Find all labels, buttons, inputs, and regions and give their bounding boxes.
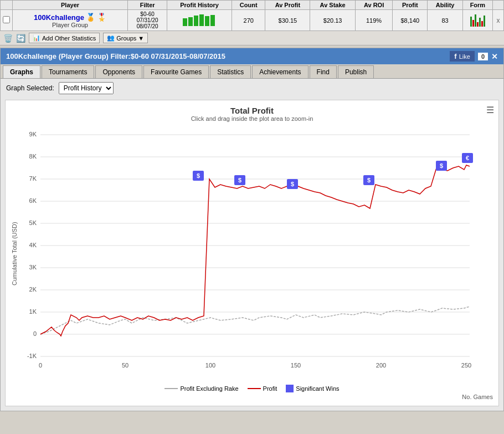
- facebook-like-button[interactable]: f Like: [450, 51, 475, 62]
- svg-text:$: $: [440, 162, 443, 169]
- form-bar: [470, 17, 472, 27]
- tabs-bar: Graphs Tournaments Opponents Favourite G…: [1, 64, 503, 79]
- groups-icon: 👥: [107, 34, 115, 42]
- profit-cell: $8,140: [393, 10, 428, 31]
- svg-text:6K: 6K: [29, 197, 37, 204]
- actions-header: [493, 1, 504, 10]
- form-bar: [479, 18, 481, 27]
- legend-significant-wins-label: Significant Wins: [296, 385, 339, 392]
- chart-subtitle: Click and drag inside the plot area to z…: [11, 115, 493, 122]
- row-checkbox-cell[interactable]: [1, 10, 13, 31]
- svg-text:$: $: [197, 172, 200, 179]
- profit-header: Profit: [393, 1, 428, 10]
- av-stake-cell: $20.13: [310, 10, 356, 31]
- no-games-label: No. Games: [11, 394, 493, 400]
- svg-text:9K: 9K: [29, 131, 37, 137]
- svg-text:$: $: [238, 177, 241, 183]
- trash-icon[interactable]: 🗑️: [3, 34, 13, 43]
- svg-rect-5: [210, 15, 215, 26]
- svg-text:1K: 1K: [29, 308, 37, 315]
- filter-header: Filter: [128, 1, 167, 10]
- form-bar: [484, 16, 485, 27]
- svg-rect-3: [199, 14, 204, 26]
- tab-find[interactable]: Find: [310, 65, 337, 78]
- delete-row-button[interactable]: x: [497, 17, 500, 24]
- player-group-label: Player Group: [52, 22, 88, 28]
- row-checkbox[interactable]: [3, 16, 10, 23]
- svg-text:$: $: [291, 181, 294, 187]
- chart-svg[interactable]: 9K 8K 7K 6K 5K 4K 3K 2K 1K 0 -1K: [21, 126, 481, 381]
- tab-statistics[interactable]: Statistics: [210, 65, 251, 78]
- delete-cell[interactable]: x: [493, 10, 504, 31]
- svg-rect-2: [194, 16, 198, 26]
- form-bar: [477, 22, 479, 27]
- svg-text:0: 0: [39, 362, 42, 369]
- groups-label: Groups: [116, 35, 136, 42]
- player-stats-table: Player Filter Profit History Count Av Pr…: [0, 0, 504, 31]
- profit-history-header: Profit History: [167, 1, 232, 10]
- chart-svg-area[interactable]: 9K 8K 7K 6K 5K 4K 3K 2K 1K 0 -1K: [21, 126, 493, 381]
- av-stake-header: Av Stake: [310, 1, 356, 10]
- groups-dropdown-icon: ▼: [138, 35, 144, 42]
- player-header: Player: [13, 1, 128, 10]
- svg-text:250: 250: [461, 362, 471, 369]
- y-axis-label: Cumulative Total (USD): [11, 126, 21, 381]
- svg-text:200: 200: [376, 362, 386, 369]
- toolbar: 🗑️ 🔄 📊 Add Other Statistics 👥 Groups ▼: [0, 31, 504, 45]
- svg-text:100: 100: [205, 362, 215, 369]
- svg-text:7K: 7K: [29, 175, 37, 182]
- tab-publish[interactable]: Publish: [338, 65, 374, 78]
- legend-profit-label: Profit: [263, 385, 277, 392]
- add-statistics-button[interactable]: 📊 Add Other Statistics: [29, 33, 100, 43]
- svg-text:4K: 4K: [29, 242, 37, 248]
- fb-icon: f: [454, 52, 456, 60]
- av-roi-cell: 119%: [355, 10, 392, 31]
- chart-container: Total Profit Click and drag inside the p…: [5, 100, 499, 406]
- fb-like-label: Like: [459, 53, 470, 60]
- svg-rect-0: [183, 18, 187, 26]
- tab-opponents[interactable]: Opponents: [95, 65, 142, 78]
- graph-select-dropdown[interactable]: Profit History ROI Count Stake: [59, 82, 114, 94]
- ability-header: Ability: [428, 1, 462, 10]
- player-name-cell: 100Kchallenge 🏅 🎖️ Player Group: [13, 10, 128, 31]
- svg-text:2K: 2K: [29, 286, 37, 293]
- badge-icon: 🎖️: [97, 13, 106, 22]
- legend-line-red: [248, 388, 261, 389]
- refresh-icon[interactable]: 🔄: [16, 34, 25, 43]
- chart-menu-icon[interactable]: ☰: [486, 105, 494, 115]
- ability-cell: 83: [428, 10, 462, 31]
- medal-icon: 🏅: [86, 13, 95, 22]
- tab-graphs[interactable]: Graphs: [3, 65, 40, 78]
- add-stats-label: Add Other Statistics: [42, 35, 96, 42]
- profit-history-cell: [167, 10, 232, 31]
- av-profit-cell: $30.15: [265, 10, 310, 31]
- svg-text:5K: 5K: [29, 219, 37, 226]
- checkbox-header: [1, 1, 13, 10]
- chart-title: Total Profit: [11, 106, 493, 115]
- legend-profit-excl-rake: Profit Excluding Rake: [164, 385, 238, 392]
- chart-inner: Cumulative Total (USD) 9K 8K 7K 6K 5K 4K…: [11, 126, 493, 381]
- table-row: 100Kchallenge 🏅 🎖️ Player Group $0-6007/…: [1, 10, 504, 31]
- player-name-link[interactable]: 100Kchallenge: [34, 13, 84, 22]
- svg-text:$: $: [367, 177, 371, 183]
- tab-favourite-games[interactable]: Favourite Games: [143, 65, 209, 78]
- svg-text:0: 0: [33, 330, 37, 337]
- tab-tournaments[interactable]: Tournaments: [42, 65, 94, 78]
- av-roi-header: Av ROI: [355, 1, 392, 10]
- legend-significant-wins: Significant Wins: [286, 385, 339, 392]
- svg-text:150: 150: [291, 362, 301, 369]
- count-header: Count: [232, 1, 265, 10]
- add-stats-icon: 📊: [33, 34, 40, 42]
- graph-select-label: Graph Selected:: [6, 84, 54, 92]
- groups-button[interactable]: 👥 Groups ▼: [103, 33, 148, 43]
- chart-legend: Profit Excluding Rake Profit Significant…: [11, 385, 493, 392]
- panel-close-button[interactable]: ✕: [491, 52, 498, 61]
- form-bar: [475, 14, 476, 27]
- legend-profit: Profit: [248, 385, 277, 392]
- form-bar: [481, 21, 483, 27]
- tab-achievements[interactable]: Achievements: [252, 65, 308, 78]
- svg-text:8K: 8K: [29, 153, 37, 160]
- main-panel: 100Kchallenge (Player Group) Filter:$0-6…: [0, 48, 504, 411]
- profit-history-sparkline: [183, 13, 216, 27]
- profit-excl-rake-line: [40, 307, 470, 334]
